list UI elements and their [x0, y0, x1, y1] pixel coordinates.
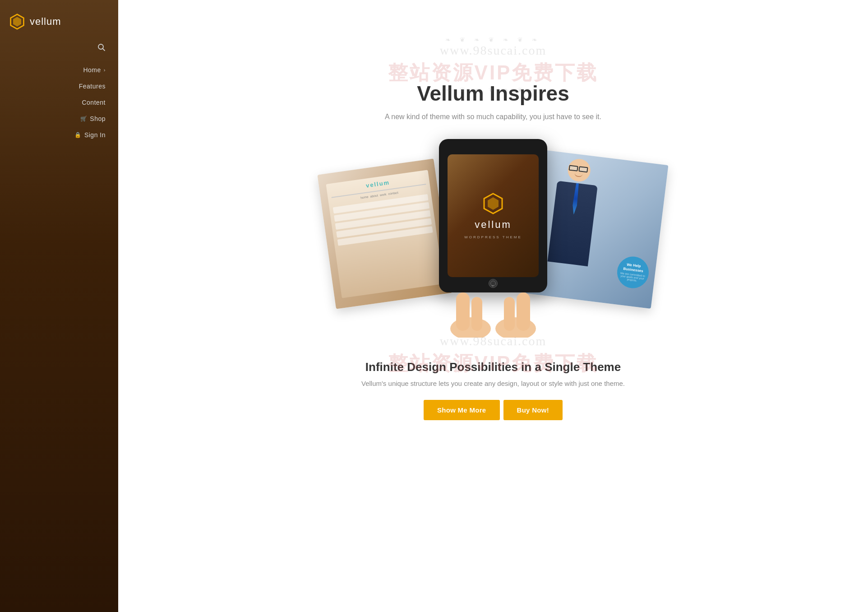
- svg-line-3: [103, 49, 105, 51]
- sidebar-item-label: Sign In: [84, 131, 106, 139]
- main-content: ❧ ❦ ❧ ❦ ❧ ❦ ❧ www.98sucai.com 整站资源VIP免费下…: [118, 0, 868, 612]
- show-me-more-button[interactable]: Show Me More: [424, 400, 500, 420]
- tablet-logo-icon: [482, 193, 504, 214]
- tablet-brand-name: vellum: [475, 219, 512, 231]
- tablet-device: vellum WORDPRESS THEME: [439, 139, 547, 292]
- sidebar-item-signin[interactable]: 🔒 Sign In: [0, 127, 118, 143]
- svg-rect-10: [517, 292, 530, 331]
- lock-icon: 🔒: [74, 132, 82, 138]
- bottom-section: Infinite Design Possibilities in a Singl…: [308, 360, 678, 420]
- bottom-subtitle: Vellum's unique structure lets you creat…: [361, 380, 625, 387]
- cart-icon: 🛒: [80, 116, 88, 122]
- sidebar-item-features[interactable]: Features: [0, 78, 118, 94]
- sidebar: vellum Home › Features Content 🛒 Shop 🔒 …: [0, 0, 118, 612]
- sidebar-item-home[interactable]: Home ›: [0, 62, 118, 78]
- tablet-screen: vellum WORDPRESS THEME: [448, 154, 539, 277]
- vellum-logo-icon: [9, 14, 25, 30]
- card-lifestyle: vellum home about work contact: [317, 158, 452, 309]
- svg-marker-1: [13, 17, 21, 27]
- sidebar-item-label: Features: [79, 83, 106, 90]
- sidebar-search-area: [0, 43, 118, 62]
- hero-title: Vellum Inspires: [417, 81, 569, 106]
- watermark-url: www.98sucai.com: [388, 43, 599, 58]
- svg-point-9: [495, 317, 536, 338]
- business-badge: We Help Businesses We are committed to y…: [615, 255, 651, 290]
- svg-rect-8: [471, 297, 482, 331]
- search-button[interactable]: [97, 43, 106, 54]
- chevron-down-icon: [491, 284, 494, 287]
- sidebar-item-content[interactable]: Content: [0, 94, 118, 111]
- svg-marker-5: [488, 197, 499, 210]
- brand-name: vellum: [30, 16, 61, 28]
- sidebar-nav: Home › Features Content 🛒 Shop 🔒 Sign In: [0, 62, 118, 143]
- hero-subtitle: A new kind of theme with so much capabil…: [385, 113, 601, 121]
- sidebar-item-shop[interactable]: 🛒 Shop: [0, 111, 118, 127]
- sidebar-item-label: Shop: [90, 115, 106, 122]
- sidebar-logo: vellum: [0, 0, 118, 43]
- svg-point-6: [450, 317, 491, 338]
- search-icon: [97, 43, 106, 51]
- cta-buttons: Show Me More Buy Now!: [424, 400, 563, 420]
- sidebar-item-label: Content: [82, 99, 106, 106]
- sidebar-item-label: Home: [83, 66, 101, 74]
- svg-rect-7: [456, 292, 470, 331]
- bottom-title: Infinite Design Possibilities in a Singl…: [365, 360, 621, 374]
- buy-now-button[interactable]: Buy Now!: [503, 400, 563, 420]
- hero-image: vellum home about work contact: [326, 139, 660, 311]
- tablet-brand-subtitle: WORDPRESS THEME: [464, 235, 522, 239]
- svg-rect-11: [504, 297, 515, 331]
- tablet-home-button: [489, 279, 498, 288]
- watermark-bottom-url: www.98sucai.com: [388, 334, 599, 348]
- chevron-right-icon: ›: [104, 67, 106, 73]
